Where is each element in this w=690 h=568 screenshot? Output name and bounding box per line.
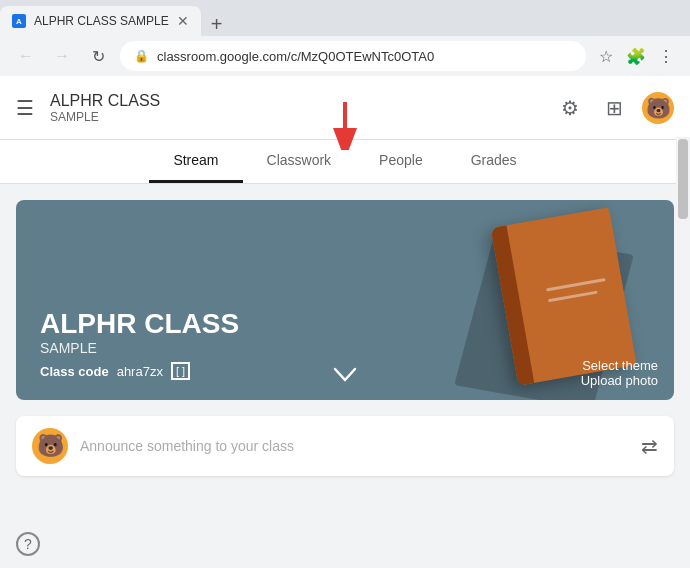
header-actions: ⚙ ⊞ 🐻 (554, 92, 674, 124)
tab-classwork[interactable]: Classwork (243, 140, 356, 183)
active-tab[interactable]: A ALPHR CLASS SAMPLE ✕ (0, 6, 201, 36)
app-subtitle: SAMPLE (50, 110, 554, 124)
announce-box[interactable]: 🐻 Announce something to your class ⇄ (16, 416, 674, 476)
new-tab-button[interactable]: + (201, 13, 233, 36)
extensions-icon[interactable]: 🧩 (624, 44, 648, 68)
address-bar[interactable]: 🔒 classroom.google.com/c/MzQ0OTEwNTc0OTA… (120, 41, 586, 71)
class-code-expand-icon[interactable]: [ ] (171, 362, 190, 380)
select-theme-link[interactable]: Select theme (581, 358, 658, 373)
banner-chevron[interactable] (333, 367, 357, 388)
tab-close-button[interactable]: ✕ (177, 13, 189, 29)
nav-tabs-wrapper: Stream Classwork People Grades (0, 140, 690, 184)
tab-bar: A ALPHR CLASS SAMPLE ✕ + (0, 0, 690, 36)
app-header: ☰ ALPHR CLASS SAMPLE ⚙ ⊞ 🐻 (0, 76, 690, 140)
book-line-2 (548, 291, 598, 303)
back-button[interactable]: ← (12, 42, 40, 70)
book-lines (546, 278, 609, 310)
announce-section: 🐻 Announce something to your class ⇄ (16, 416, 674, 476)
menu-icon[interactable]: ⋮ (654, 44, 678, 68)
announce-avatar: 🐻 (32, 428, 68, 464)
nav-tabs: Stream Classwork People Grades (0, 140, 690, 184)
banner-class-title: ALPHR CLASS (40, 308, 650, 340)
class-code-label: Class code (40, 364, 109, 379)
settings-icon[interactable]: ⚙ (554, 92, 586, 124)
repost-icon[interactable]: ⇄ (641, 434, 658, 458)
tab-favicon: A (12, 14, 26, 28)
address-text: classroom.google.com/c/MzQ0OTEwNTc0OTA0 (157, 49, 572, 64)
scrollbar[interactable] (676, 137, 690, 568)
lock-icon: 🔒 (134, 49, 149, 63)
hamburger-menu[interactable]: ☰ (16, 96, 34, 120)
banner-class-subtitle: SAMPLE (40, 340, 650, 356)
tab-stream[interactable]: Stream (149, 140, 242, 183)
user-avatar[interactable]: 🐻 (642, 92, 674, 124)
upload-photo-link[interactable]: Upload photo (581, 373, 658, 388)
tab-title: ALPHR CLASS SAMPLE (34, 14, 169, 28)
scrollbar-thumb[interactable] (678, 139, 688, 219)
tab-people[interactable]: People (355, 140, 447, 183)
star-icon[interactable]: ☆ (594, 44, 618, 68)
tab-grades[interactable]: Grades (447, 140, 541, 183)
announce-placeholder[interactable]: Announce something to your class (80, 438, 629, 454)
grid-icon[interactable]: ⊞ (598, 92, 630, 124)
class-banner: ALPHR CLASS SAMPLE Class code ahra7zx [ … (16, 200, 674, 400)
banner-actions: Select theme Upload photo (581, 358, 658, 388)
app-title-block: ALPHR CLASS SAMPLE (50, 92, 554, 124)
forward-button[interactable]: → (48, 42, 76, 70)
toolbar-actions: ☆ 🧩 ⋮ (594, 44, 678, 68)
app-title: ALPHR CLASS (50, 92, 554, 110)
reload-button[interactable]: ↻ (84, 42, 112, 70)
book-line-1 (546, 278, 606, 291)
help-button[interactable]: ? (16, 532, 40, 556)
browser-chrome: A ALPHR CLASS SAMPLE ✕ + ← → ↻ 🔒 classro… (0, 0, 690, 76)
class-code-value: ahra7zx (117, 364, 163, 379)
browser-toolbar: ← → ↻ 🔒 classroom.google.com/c/MzQ0OTEwN… (0, 36, 690, 76)
